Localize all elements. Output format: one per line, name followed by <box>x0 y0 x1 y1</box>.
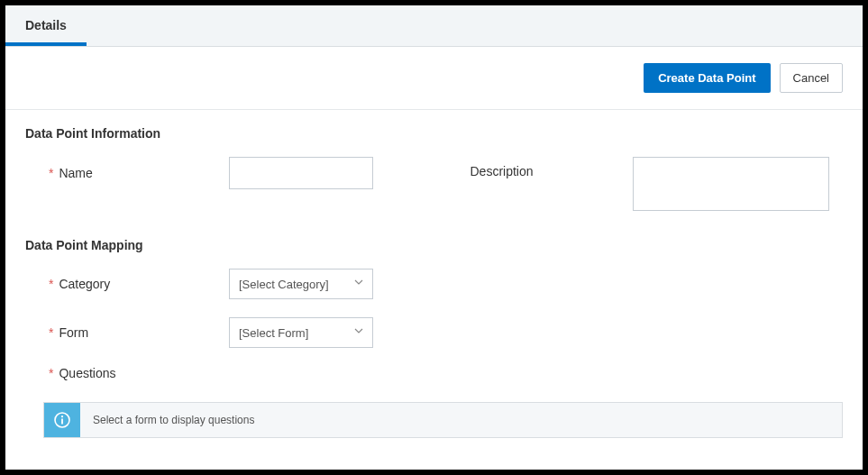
description-input[interactable] <box>633 157 829 211</box>
svg-rect-2 <box>61 419 63 425</box>
cancel-button[interactable]: Cancel <box>780 63 843 93</box>
required-marker: * <box>49 325 53 340</box>
app-window: Details Create Data Point Cancel Data Po… <box>5 5 863 470</box>
info-icon <box>44 403 80 437</box>
tab-details[interactable]: Details <box>5 5 87 46</box>
name-label: * Name <box>49 166 229 180</box>
action-bar: Create Data Point Cancel <box>5 47 863 110</box>
chevron-down-icon <box>354 279 363 288</box>
name-field-group: * Name <box>25 157 434 211</box>
info-fields-row: * Name Description <box>25 157 843 211</box>
form-select-value: [Select Form] <box>239 326 308 340</box>
tab-bar: Details <box>5 5 863 47</box>
category-field-group: * Category [Select Category] <box>49 269 843 299</box>
section-title-info: Data Point Information <box>25 126 843 141</box>
info-banner-text: Select a form to display questions <box>80 403 267 437</box>
name-input[interactable] <box>229 157 373 189</box>
questions-field-group: * Questions <box>49 366 843 380</box>
svg-point-1 <box>61 416 63 417</box>
questions-label: * Questions <box>49 366 229 380</box>
description-label: Description <box>471 157 633 178</box>
chevron-down-icon <box>354 328 363 337</box>
category-select[interactable]: [Select Category] <box>229 269 373 299</box>
section-title-mapping: Data Point Mapping <box>25 238 843 252</box>
content-area: Data Point Information * Name Descriptio… <box>5 110 863 449</box>
category-label: * Category <box>49 277 229 291</box>
required-marker: * <box>49 166 53 180</box>
form-select[interactable]: [Select Form] <box>229 317 373 348</box>
form-label: * Form <box>49 325 229 340</box>
form-field-group: * Form [Select Form] <box>49 317 843 348</box>
info-banner: Select a form to display questions <box>43 402 843 438</box>
required-marker: * <box>49 366 53 380</box>
required-marker: * <box>49 277 53 291</box>
create-data-point-button[interactable]: Create Data Point <box>644 63 770 93</box>
description-field-group: Description <box>434 157 844 211</box>
category-select-value: [Select Category] <box>239 278 329 291</box>
